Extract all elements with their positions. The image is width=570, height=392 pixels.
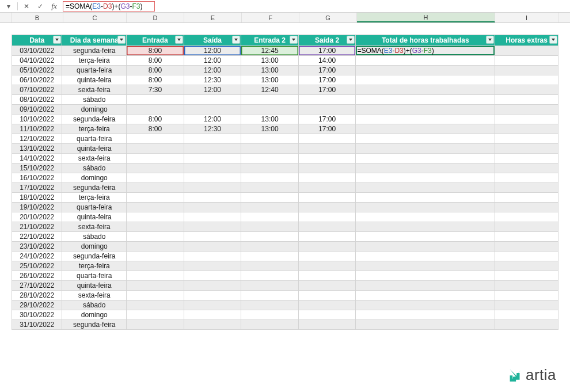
cell[interactable] [241, 300, 299, 310]
cell[interactable] [356, 85, 495, 95]
cell[interactable] [495, 291, 558, 300]
cell[interactable] [356, 173, 495, 183]
fx-icon[interactable]: fx [49, 1, 59, 12]
cell[interactable]: 12/10/2022 [12, 134, 62, 144]
cell[interactable]: 12:40 [241, 85, 299, 95]
cell[interactable] [184, 261, 241, 271]
cell[interactable]: 12:00 [184, 46, 241, 56]
cell[interactable] [127, 193, 184, 203]
filter-dropdown-icon[interactable] [549, 36, 557, 44]
cell[interactable] [495, 163, 558, 173]
cell[interactable] [241, 232, 299, 242]
header-entrada[interactable]: Entrada [127, 35, 184, 46]
cell[interactable]: quinta-feira [62, 75, 127, 85]
cell[interactable] [356, 154, 495, 163]
cell[interactable]: 8:00 [127, 46, 184, 56]
cell[interactable] [184, 320, 241, 330]
cell[interactable] [184, 105, 241, 115]
cell[interactable]: 17/10/2022 [12, 183, 62, 193]
cell[interactable]: 24/10/2022 [12, 252, 62, 261]
cell[interactable] [127, 271, 184, 281]
cell[interactable]: 14:00 [298, 56, 356, 66]
cell[interactable] [495, 75, 558, 85]
cell[interactable] [298, 242, 356, 252]
cell[interactable]: 12:00 [184, 85, 241, 95]
header-saída[interactable]: Saída [184, 35, 241, 46]
cell[interactable] [298, 144, 356, 154]
cell[interactable] [127, 222, 184, 232]
cell[interactable]: sexta-feira [62, 154, 127, 163]
cell[interactable] [241, 222, 299, 232]
cell[interactable] [495, 115, 558, 124]
cell[interactable]: 30/10/2022 [12, 310, 62, 320]
cell[interactable]: 23/10/2022 [12, 242, 62, 252]
cell[interactable]: quinta-feira [62, 281, 127, 291]
cell[interactable] [356, 95, 495, 105]
cell[interactable] [495, 300, 558, 310]
cell[interactable] [184, 281, 241, 291]
cell[interactable]: sábado [62, 300, 127, 310]
cell[interactable] [356, 124, 495, 134]
cell[interactable] [298, 300, 356, 310]
cell[interactable]: sexta-feira [62, 222, 127, 232]
cell[interactable]: terça-feira [62, 124, 127, 134]
cell[interactable] [127, 144, 184, 154]
filter-dropdown-icon[interactable] [53, 36, 61, 44]
cell[interactable] [298, 203, 356, 212]
cell[interactable]: 14/10/2022 [12, 154, 62, 163]
cell[interactable] [127, 154, 184, 163]
cell[interactable] [298, 105, 356, 115]
cell[interactable] [184, 144, 241, 154]
cell[interactable] [356, 222, 495, 232]
cell[interactable] [495, 261, 558, 271]
filter-dropdown-icon[interactable] [486, 36, 494, 44]
cancel-icon[interactable]: ✕ [21, 1, 32, 12]
cell[interactable] [184, 134, 241, 144]
cell[interactable] [184, 271, 241, 281]
cell[interactable]: 13:00 [241, 56, 299, 66]
cell[interactable] [241, 271, 299, 281]
cell[interactable] [495, 212, 558, 222]
cell[interactable] [184, 163, 241, 173]
cell[interactable]: 03/10/2022 [12, 46, 62, 56]
cell[interactable]: 17:00 [298, 115, 356, 124]
cell[interactable] [495, 232, 558, 242]
cell[interactable]: domingo [62, 105, 127, 115]
cell[interactable] [127, 95, 184, 105]
cell[interactable] [184, 212, 241, 222]
cell[interactable] [495, 222, 558, 232]
cell[interactable]: 27/10/2022 [12, 281, 62, 291]
cell[interactable] [356, 203, 495, 212]
cell[interactable] [241, 242, 299, 252]
name-box-dropdown-icon[interactable]: ▾ [3, 1, 14, 12]
formula-input[interactable]: =SOMA(E3-D3)+(G3-F3) [63, 1, 155, 12]
cell[interactable]: segunda-feira [62, 183, 127, 193]
active-cell[interactable]: =SOMA(E3-D3)+(G3-F3) [356, 46, 495, 56]
cell[interactable] [127, 310, 184, 320]
cell[interactable] [184, 222, 241, 232]
header-total-de-horas-trabalhadas[interactable]: Total de horas trabalhadas [356, 35, 495, 46]
cell[interactable]: 12:30 [184, 124, 241, 134]
column-header-F[interactable]: F [242, 13, 299, 22]
cell[interactable]: 10/10/2022 [12, 115, 62, 124]
cell[interactable] [298, 193, 356, 203]
cell[interactable] [356, 56, 495, 66]
cell[interactable] [356, 300, 495, 310]
cell[interactable]: 06/10/2022 [12, 75, 62, 85]
header-data[interactable]: Data [12, 35, 62, 46]
cell[interactable]: 05/10/2022 [12, 66, 62, 75]
cell[interactable]: quinta-feira [62, 144, 127, 154]
cell[interactable] [241, 320, 299, 330]
cell[interactable]: quarta-feira [62, 134, 127, 144]
cell[interactable] [298, 232, 356, 242]
cell[interactable] [127, 261, 184, 271]
cell[interactable] [298, 173, 356, 183]
cell[interactable] [356, 271, 495, 281]
cell[interactable] [298, 310, 356, 320]
cell[interactable] [127, 291, 184, 300]
cell[interactable]: 7:30 [127, 85, 184, 95]
cell[interactable] [127, 281, 184, 291]
filter-dropdown-icon[interactable] [175, 36, 183, 44]
cell[interactable] [356, 66, 495, 75]
cell[interactable] [298, 261, 356, 271]
